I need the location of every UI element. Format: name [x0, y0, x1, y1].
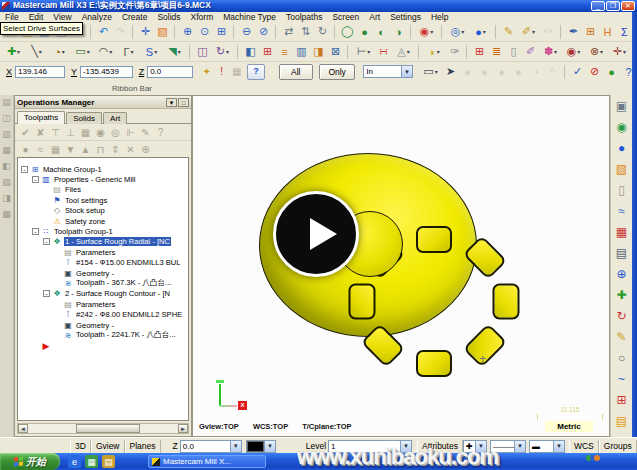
panel-menu-button[interactable]: ▼ [166, 98, 177, 107]
menu-item[interactable]: Solids [152, 12, 185, 22]
dock-icon-7[interactable]: ◨ [1, 193, 13, 206]
menu-item[interactable]: Edit [24, 12, 49, 22]
dim-angle-icon[interactable]: ◬ [392, 44, 415, 60]
ops-toolbar-icon[interactable]: ✔ [18, 125, 33, 139]
menu-item[interactable]: Help [426, 12, 453, 22]
video-play-overlay[interactable] [273, 191, 359, 277]
globe-icon[interactable]: ◎ [446, 24, 469, 40]
ie-icon[interactable]: e [68, 455, 81, 468]
tree-op2-parameters[interactable]: ▤ Parameters [18, 299, 188, 309]
statusbar-3d-button[interactable]: 3D [70, 440, 91, 453]
combo-dropdown-icon[interactable]: ▼ [553, 441, 564, 452]
ops-toolbar-icon[interactable]: ◎ [108, 125, 123, 139]
z-coordinate-field[interactable]: 0.0 [147, 66, 193, 78]
gview-origin-icon[interactable]: ✛ [137, 24, 154, 40]
tree-horizontal-scrollbar[interactable]: ◄ ► [17, 423, 189, 434]
dock-icon-2[interactable]: ◫ [1, 113, 13, 126]
analyze-distance-icon[interactable]: ✐ [517, 24, 540, 40]
operations-manager-header[interactable]: Operations Manager ▼ □ [15, 96, 191, 109]
analyze-disabled-icon[interactable]: ✏ [540, 24, 557, 40]
dock-icon-1[interactable]: ▤ [1, 97, 13, 110]
create-spline-icon[interactable]: S [140, 44, 163, 60]
xform-mirror-icon[interactable]: ◫ [194, 44, 211, 60]
circle-icon[interactable]: ○ [613, 349, 631, 367]
section-view-icon[interactable]: ◉ [415, 24, 438, 40]
scrollbar-thumb[interactable] [76, 424, 141, 433]
tab[interactable]: Solids [66, 112, 102, 124]
select-sphere-icon[interactable]: ● [603, 64, 620, 80]
zoom-in-icon[interactable]: ⊞ [213, 24, 230, 40]
tree-op-2[interactable]: ❖ 2 - Surface Rough Contour - [N [18, 289, 188, 299]
ops-toolbar-icon[interactable]: ✎ [138, 125, 153, 139]
select-all-button[interactable]: All [279, 64, 313, 80]
ops-toolbar-icon[interactable]: ≈ [33, 143, 48, 157]
solid-boolean-icon[interactable]: ◨ [310, 44, 327, 60]
menu-item[interactable]: Screen [327, 12, 364, 22]
folder-icon[interactable]: ▤ [102, 455, 115, 468]
add-icon[interactable]: ✚ [613, 286, 631, 304]
wireframe-icon[interactable]: ◯ [339, 24, 356, 40]
fastpoint-icon[interactable]: ✦ [199, 65, 214, 79]
tree-op1-toolpath[interactable]: ≋ Toolpath - 367.3K - 八凸台... [18, 278, 188, 288]
shaded-edges-icon[interactable]: ◐ [373, 24, 390, 40]
create-fillet-icon[interactable]: ◠ [94, 44, 117, 60]
globe-shade-icon[interactable]: ◉ [613, 118, 631, 136]
z-depth-combo[interactable]: 0.0 ▼ [180, 440, 242, 453]
create-line-icon[interactable]: ╲ [25, 44, 48, 60]
ops-toolbar-icon[interactable]: ◉ [93, 125, 108, 139]
film-icon[interactable]: ▤ [613, 412, 631, 430]
dock-icon-8[interactable]: ▩ [1, 209, 13, 222]
select-gray4-icon[interactable]: ● [510, 64, 527, 80]
hatch-grid-icon[interactable]: ⊞ [471, 44, 488, 60]
translucent-icon[interactable]: ◑ [390, 24, 407, 40]
groups-button[interactable]: Groups [599, 440, 637, 453]
create-solid-icon[interactable]: ◥ [163, 44, 186, 60]
scroll-left-icon[interactable]: ◄ [18, 424, 28, 433]
tree-op1-geometry[interactable]: ▣ Geometry - [18, 268, 188, 278]
restore-button[interactable]: ❐ [606, 1, 620, 11]
ops-toolbar-icon[interactable]: ⇕ [108, 143, 123, 157]
tree-stock-setup[interactable]: ◇ Stock setup [18, 206, 188, 216]
menu-item[interactable]: Analyze [77, 12, 117, 22]
sphere-view-icon[interactable]: ● [613, 139, 631, 157]
tree-expander-icon[interactable] [21, 166, 28, 173]
tree-op1-parameters[interactable]: ▤ Parameters [18, 247, 188, 257]
zoom-target-icon[interactable]: ⊙ [196, 24, 213, 40]
ops-toolbar-icon[interactable]: ▼ [63, 143, 78, 157]
printer-icon[interactable]: ▤ [613, 244, 631, 262]
analyze-entity-icon[interactable]: ✎ [500, 24, 517, 40]
dock-icon-6[interactable]: ▨ [1, 177, 13, 190]
material-icon[interactable]: ▧ [613, 160, 631, 178]
create-point-icon[interactable]: ✚ [2, 44, 25, 60]
tree-tool-settings[interactable]: ⚑ Tool settings [18, 195, 188, 205]
viewsheet-icon[interactable]: ▣ [613, 97, 631, 115]
solid-history-icon[interactable]: ⊠ [327, 44, 344, 60]
target-icon[interactable]: ◉ [562, 44, 585, 60]
note-icon[interactable]: ◗ [423, 44, 446, 60]
sphere-icon[interactable]: ● [469, 24, 492, 40]
highlight-icon[interactable]: H [599, 24, 616, 40]
wcs-button[interactable]: WCS [569, 440, 599, 453]
statusbar-planes-button[interactable]: Planes [125, 440, 161, 453]
ops-toolbar-icon[interactable]: ⊕ [138, 143, 153, 157]
tree-op2-tool[interactable]: ⊺ #242 - Ф8.00 ENDMILL2 SPHE [18, 309, 188, 319]
select-gray2-icon[interactable]: ● [476, 64, 493, 80]
tree-files[interactable]: ▤ Files [18, 185, 188, 195]
close-button[interactable]: ✕ [621, 1, 635, 11]
pan-icon[interactable]: ⇄ [280, 24, 297, 40]
x-coordinate-field[interactable]: 139.146 [15, 66, 65, 78]
combo-dropdown-icon[interactable]: ▼ [514, 441, 525, 452]
taskbar-item-mastercam[interactable]: Mastercam Mill X... [148, 455, 266, 468]
undo-icon[interactable]: ↶ [95, 24, 112, 40]
combo-dropdown-icon[interactable]: ▼ [401, 66, 412, 77]
waves-icon[interactable]: ≈ [613, 202, 631, 220]
shaded-icon[interactable]: ● [356, 24, 373, 40]
hatch-lines-icon[interactable]: ≣ [488, 44, 505, 60]
dock-icon-5[interactable]: ◧ [1, 161, 13, 174]
combo-dropdown-icon[interactable]: ▼ [230, 441, 241, 452]
tree-insert-marker[interactable]: ▶ [18, 341, 188, 351]
rotate-view-icon[interactable]: ↻ [314, 24, 331, 40]
select-gray3-icon[interactable]: ● [493, 64, 510, 80]
tab[interactable]: Art [103, 112, 127, 124]
ops-toolbar-icon[interactable]: ⊓ [93, 143, 108, 157]
